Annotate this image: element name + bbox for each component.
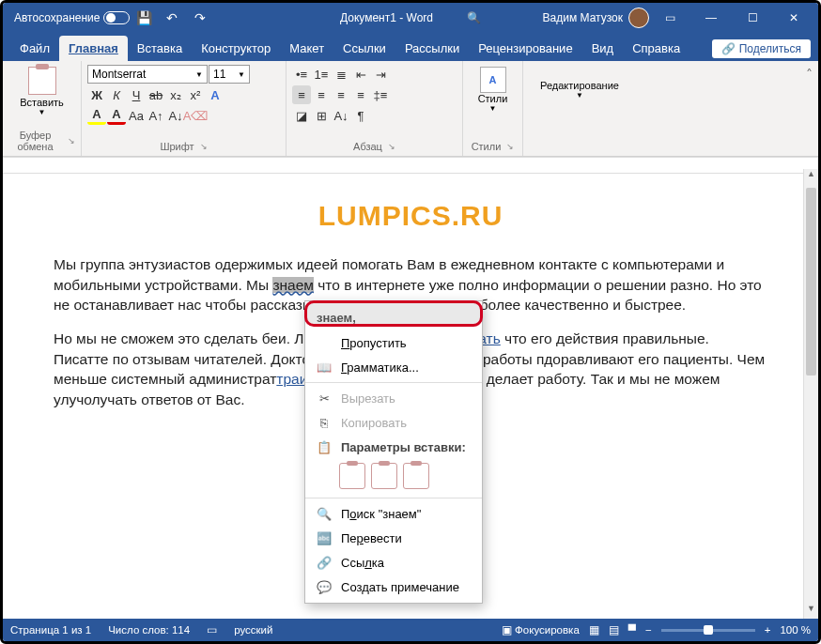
- cm-link[interactable]: 🔗Ссылка: [305, 550, 482, 575]
- save-icon[interactable]: 💾: [130, 4, 158, 32]
- cm-translate[interactable]: 🔤Перевести: [305, 526, 482, 550]
- bullets-button[interactable]: •≡: [292, 65, 311, 84]
- underline-button[interactable]: Ч: [127, 85, 146, 104]
- cm-search[interactable]: 🔍Поиск "знаем": [305, 501, 482, 526]
- search-icon[interactable]: 🔍: [467, 11, 481, 24]
- tab-home[interactable]: Главная: [59, 36, 128, 61]
- styles-icon: A: [480, 67, 506, 93]
- dialog-launcher-icon[interactable]: ↘: [68, 136, 75, 146]
- autosave-toggle[interactable]: Автосохранение: [14, 11, 130, 24]
- paste-keep-source[interactable]: [339, 463, 365, 489]
- view-web-icon[interactable]: ▀: [628, 624, 636, 636]
- font-color-button[interactable]: A: [107, 106, 126, 125]
- styles-group-label: Стили: [472, 141, 502, 152]
- scroll-up-icon[interactable]: ▲: [804, 169, 818, 184]
- book-icon: 📖: [317, 360, 332, 375]
- editing-button[interactable]: Редактирование ▼: [529, 78, 630, 101]
- translate-icon: 🔤: [317, 530, 332, 545]
- sort-button[interactable]: A↓: [332, 106, 350, 125]
- show-marks-button[interactable]: ¶: [351, 106, 370, 125]
- shading-button[interactable]: ◪: [292, 106, 311, 125]
- paste-text-only[interactable]: [403, 463, 429, 489]
- tab-file[interactable]: Файл: [10, 36, 59, 61]
- subscript-button[interactable]: x₂: [166, 85, 185, 104]
- cm-comment[interactable]: 💬Создать примечание: [305, 575, 482, 599]
- cm-suggestion[interactable]: знаем,: [305, 305, 482, 330]
- grow-font-button[interactable]: A↑: [147, 106, 165, 125]
- styles-button[interactable]: A Стили ▼: [469, 65, 517, 115]
- paste-merge[interactable]: [371, 463, 397, 489]
- scroll-down-icon[interactable]: ▼: [804, 604, 818, 619]
- avatar[interactable]: [628, 8, 649, 28]
- paste-button[interactable]: Вставить ▼: [8, 65, 75, 118]
- focus-mode[interactable]: ▣ Фокусировка: [502, 623, 580, 636]
- font-size-value: 11: [213, 68, 225, 81]
- scroll-thumb[interactable]: [806, 188, 816, 376]
- cm-skip[interactable]: Пропустить: [305, 330, 482, 355]
- borders-button[interactable]: ⊞: [312, 106, 331, 125]
- collapse-ribbon-icon[interactable]: ˄: [800, 61, 818, 156]
- tab-insert[interactable]: Вставка: [128, 36, 192, 61]
- word-count[interactable]: Число слов: 114: [108, 624, 190, 636]
- dialog-launcher-icon[interactable]: ↘: [388, 142, 395, 151]
- font-size-combo[interactable]: 11▼: [209, 65, 250, 84]
- font-name-value: Montserrat: [92, 68, 146, 81]
- styles-label: Стили: [478, 93, 508, 104]
- line-spacing-button[interactable]: ‡≡: [371, 85, 390, 104]
- close-icon[interactable]: ✕: [773, 4, 814, 32]
- increase-indent-button[interactable]: ⇥: [371, 65, 390, 84]
- zoom-level[interactable]: 100 %: [780, 624, 811, 636]
- doc-title: Документ1 - Word: [340, 11, 433, 24]
- justify-button[interactable]: ≡: [351, 85, 370, 104]
- numbering-button[interactable]: 1≡: [312, 65, 331, 84]
- view-print-icon[interactable]: ▤: [609, 623, 619, 636]
- zoom-slider[interactable]: [661, 629, 755, 632]
- decrease-indent-button[interactable]: ⇤: [351, 65, 370, 84]
- italic-button[interactable]: К: [107, 85, 126, 104]
- tab-view[interactable]: Вид: [582, 36, 624, 61]
- tab-mailings[interactable]: Рассылки: [395, 36, 469, 61]
- dialog-launcher-icon[interactable]: ↘: [200, 142, 208, 151]
- maximize-icon[interactable]: ☐: [732, 4, 773, 32]
- minimize-icon[interactable]: ―: [690, 4, 732, 32]
- vertical-scrollbar[interactable]: ▲ ▼: [803, 169, 818, 619]
- ribbon: Вставить ▼ Буфер обмена↘ Montserrat▼ 11▼…: [3, 61, 818, 157]
- clipboard-group-label: Буфер обмена: [8, 130, 62, 152]
- dialog-launcher-icon[interactable]: ↘: [506, 142, 514, 151]
- statusbar: Страница 1 из 1 Число слов: 114 ▭ русски…: [3, 619, 818, 641]
- text-effects-button[interactable]: A: [206, 85, 225, 104]
- spellcheck-icon[interactable]: ▭: [207, 623, 217, 636]
- ribbon-opts-icon[interactable]: ▭: [649, 4, 690, 32]
- strike-button[interactable]: ab: [147, 85, 165, 104]
- bold-button[interactable]: Ж: [87, 85, 106, 104]
- tab-design[interactable]: Конструктор: [192, 36, 280, 61]
- tab-references[interactable]: Ссылки: [333, 36, 395, 61]
- page-indicator[interactable]: Страница 1 из 1: [10, 624, 91, 636]
- superscript-button[interactable]: x²: [186, 85, 205, 104]
- tab-review[interactable]: Рецензирование: [469, 36, 581, 61]
- cm-grammar[interactable]: 📖Грамматика...: [305, 355, 482, 379]
- share-button[interactable]: 🔗 Поделиться: [712, 39, 811, 58]
- view-read-icon[interactable]: ▦: [589, 623, 599, 636]
- tab-help[interactable]: Справка: [623, 36, 689, 61]
- ruler[interactable]: [3, 157, 818, 174]
- paste-icon: 📋: [317, 439, 332, 454]
- zoom-out-button[interactable]: −: [645, 624, 652, 636]
- redo-icon[interactable]: ↷: [186, 4, 214, 32]
- change-case-button[interactable]: Aa: [127, 106, 146, 125]
- grammar-error[interactable]: знаем: [272, 277, 314, 293]
- clear-format-button[interactable]: A⌫: [186, 106, 205, 125]
- toggle-icon: [103, 11, 130, 24]
- zoom-in-button[interactable]: +: [765, 624, 771, 636]
- font-name-combo[interactable]: Montserrat▼: [87, 65, 208, 84]
- highlight-button[interactable]: A: [87, 106, 106, 125]
- multilevel-button[interactable]: ≣: [332, 65, 350, 84]
- align-left-button[interactable]: ≡: [292, 85, 311, 104]
- undo-icon[interactable]: ↶: [158, 4, 186, 32]
- cm-copy: ⎘Копировать: [305, 410, 482, 435]
- editing-label: Редактирование: [540, 80, 619, 91]
- tab-layout[interactable]: Макет: [280, 36, 333, 61]
- align-center-button[interactable]: ≡: [312, 85, 331, 104]
- align-right-button[interactable]: ≡: [332, 85, 350, 104]
- language-indicator[interactable]: русский: [234, 624, 272, 636]
